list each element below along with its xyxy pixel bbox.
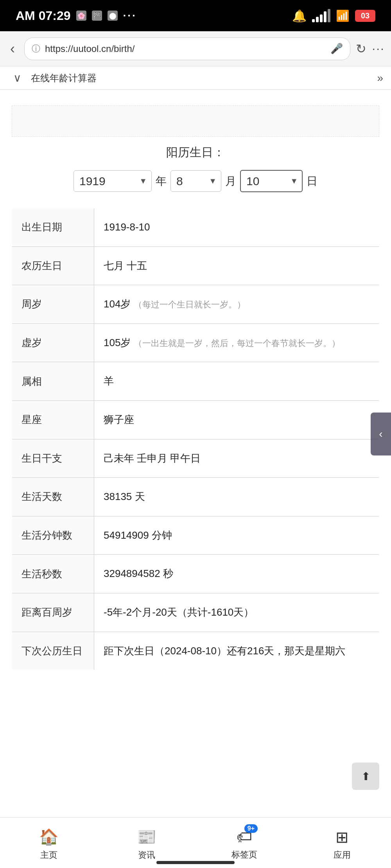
day-selector-wrapper: 10 ▼ [240, 170, 303, 192]
status-icons-right: 🔔 📶 03 [292, 9, 375, 23]
table-row: 星座狮子座 [12, 400, 379, 439]
news-icon: 📰 [137, 828, 156, 846]
side-tab-arrow-icon: ‹ [379, 428, 382, 440]
tab-bar: ∨ 在线年龄计算器 » [0, 66, 391, 90]
home-icon: 🏠 [39, 828, 59, 846]
table-row: 生日干支己未年 壬申月 甲午日 [12, 439, 379, 478]
apps-label: 应用 [334, 849, 351, 861]
result-value: 己未年 壬申月 甲午日 [94, 439, 379, 478]
result-key: 星座 [12, 400, 94, 439]
result-key: 出生日期 [12, 208, 94, 247]
nav-bar: ‹ ⓘ https://uutool.cn/birth/ 🎤 ↻ ··· [0, 31, 391, 66]
result-key: 生活天数 [12, 478, 94, 516]
year-unit: 年 [156, 174, 167, 189]
status-bar: AM 07:29 🌸 🏁 ⬤ ··· 🔔 📶 03 [0, 0, 391, 31]
result-key: 周岁 [12, 285, 94, 324]
home-label: 主页 [40, 849, 57, 861]
result-value: 104岁 （每过一个生日就长一岁。） [94, 285, 379, 324]
home-bar [156, 861, 235, 864]
result-key: 生活分钟数 [12, 516, 94, 555]
url-text: https://uutool.cn/birth/ [45, 43, 326, 54]
signal-bars [312, 9, 330, 22]
result-key: 生日干支 [12, 439, 94, 478]
birthday-form: 阳历生日： 1919 ▼ 年 8 ▼ 月 10 ▼ [12, 145, 379, 192]
status-icon-3: ⬤ [108, 11, 118, 21]
mic-icon[interactable]: 🎤 [330, 43, 343, 55]
day-select[interactable]: 10 [240, 170, 303, 192]
apps-icon: ⊞ [335, 828, 349, 846]
bottom-nav-home[interactable]: 🏠 主页 [25, 828, 72, 861]
table-row: 周岁104岁 （每过一个生日就长一岁。） [12, 285, 379, 324]
url-bar[interactable]: ⓘ https://uutool.cn/birth/ 🎤 [24, 38, 350, 60]
result-key: 属相 [12, 362, 94, 401]
result-key: 距离百周岁 [12, 593, 94, 632]
day-unit: 日 [307, 174, 317, 189]
bottom-nav-tabs[interactable]: 🏷 9+ 标签页 [221, 828, 268, 861]
tabs-badge: 9+ [244, 824, 258, 833]
back-button[interactable]: ‹ [6, 39, 19, 59]
result-value: 七月 十五 [94, 246, 379, 285]
tab-title: 在线年龄计算器 [27, 72, 377, 84]
scroll-top-icon: ⬆ [361, 770, 370, 783]
result-value: 3294894582 秒 [94, 555, 379, 593]
results-table: 出生日期1919-8-10农历生日七月 十五周岁104岁 （每过一个生日就长一岁… [12, 208, 379, 670]
main-content: 阳历生日： 1919 ▼ 年 8 ▼ 月 10 ▼ [0, 90, 391, 678]
table-row: 下次公历生日距下次生日（2024-08-10）还有216天，那天是星期六 [12, 632, 379, 670]
result-key: 生活秒数 [12, 555, 94, 593]
status-icon-1: 🌸 [76, 11, 86, 21]
result-value: 羊 [94, 362, 379, 401]
result-key: 下次公历生日 [12, 632, 94, 670]
result-key: 虚岁 [12, 323, 94, 362]
status-icon-2: 🏁 [92, 11, 102, 21]
tab-expand-icon[interactable]: » [377, 72, 383, 84]
bottom-nav-news[interactable]: 📰 资讯 [123, 828, 170, 861]
month-select[interactable]: 8 [170, 170, 221, 192]
table-row: 农历生日七月 十五 [12, 246, 379, 285]
table-row: 生活天数38135 天 [12, 478, 379, 516]
tab-chevron-icon[interactable]: ∨ [8, 69, 27, 87]
result-value: 狮子座 [94, 400, 379, 439]
month-unit: 月 [225, 174, 236, 189]
tabs-label: 标签页 [231, 849, 257, 861]
notification-icon: 🔔 [292, 9, 307, 23]
url-info-icon: ⓘ [32, 43, 40, 55]
refresh-button[interactable]: ↻ [356, 41, 366, 56]
scroll-top-button[interactable]: ⬆ [352, 763, 379, 790]
result-value: 距下次生日（2024-08-10）还有216天，那天是星期六 [94, 632, 379, 670]
wifi-icon: 📶 [336, 9, 350, 22]
result-key: 农历生日 [12, 246, 94, 285]
month-selector-wrapper: 8 ▼ [170, 170, 221, 192]
bottom-nav: 🏠 主页 📰 资讯 🏷 9+ 标签页 ⊞ 应用 [0, 817, 391, 868]
table-row: 虚岁105岁 （一出生就是一岁，然后，每过一个春节就长一岁。） [12, 323, 379, 362]
table-row: 出生日期1919-8-10 [12, 208, 379, 247]
more-button[interactable]: ··· [372, 41, 385, 56]
result-value: 54914909 分钟 [94, 516, 379, 555]
battery-icon: 03 [355, 10, 375, 22]
result-value: 1919-8-10 [94, 208, 379, 247]
side-tab[interactable]: ‹ [371, 413, 391, 455]
table-row: 生活秒数3294894582 秒 [12, 555, 379, 593]
news-label: 资讯 [138, 849, 155, 861]
result-value: -5年-2个月-20天（共计-1610天） [94, 593, 379, 632]
year-selector-wrapper: 1919 ▼ [74, 170, 152, 192]
year-select[interactable]: 1919 [74, 170, 152, 192]
bottom-nav-apps[interactable]: ⊞ 应用 [319, 828, 366, 861]
table-row: 距离百周岁-5年-2个月-20天（共计-1610天） [12, 593, 379, 632]
birthday-selectors: 1919 ▼ 年 8 ▼ 月 10 ▼ 日 [74, 170, 317, 192]
status-time: AM 07:29 🌸 🏁 ⬤ ··· [16, 9, 137, 23]
table-row: 生活分钟数54914909 分钟 [12, 516, 379, 555]
result-value: 38135 天 [94, 478, 379, 516]
table-row: 属相羊 [12, 362, 379, 401]
ad-banner [12, 105, 379, 137]
birthday-label: 阳历生日： [166, 145, 225, 161]
result-value: 105岁 （一出生就是一岁，然后，每过一个春节就长一岁。） [94, 323, 379, 362]
status-dots: ··· [123, 9, 137, 22]
